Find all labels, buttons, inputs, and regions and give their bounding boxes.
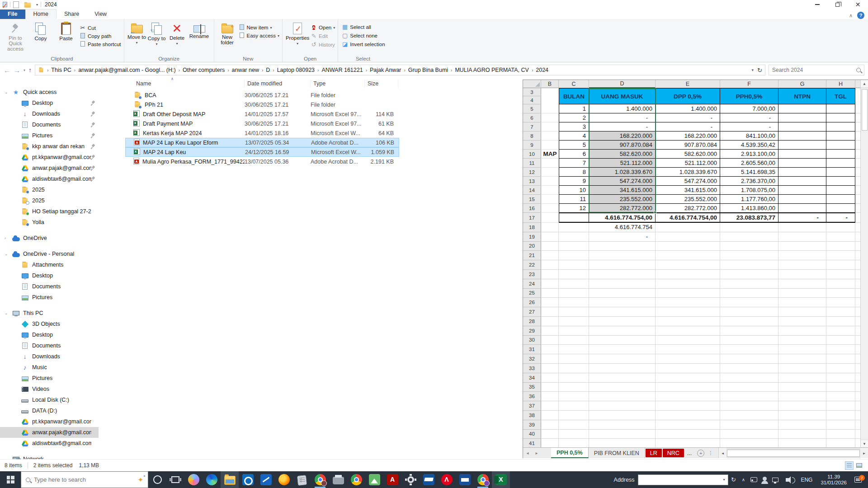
cell-D24[interactable] — [589, 279, 656, 289]
cell-E23[interactable] — [656, 270, 720, 279]
sidebar-item-aldiswbtax6-gmail-com-googl-i[interactable]: aldiswbtax6@gmail.com - Googl... (I — [0, 174, 99, 184]
cell-E11[interactable]: 521.112.000 — [656, 159, 720, 168]
cell-F11[interactable]: 2.605.560,00 — [720, 159, 778, 168]
cell-D13[interactable]: 547.274.000 — [589, 177, 656, 186]
cell-H29[interactable] — [826, 326, 855, 336]
network-icon[interactable] — [770, 478, 781, 482]
cell-D5[interactable]: 1.400.000 — [589, 104, 656, 113]
edit-button[interactable]: ✎Edit — [311, 33, 335, 39]
row-header-39[interactable]: 39 — [523, 420, 541, 430]
sidebar-item-anwar-pajak-gmail-com-googl-h[interactable]: anwar.pajak@gmail.com - Googl... (H:) — [0, 427, 99, 438]
cell-D40[interactable] — [589, 430, 656, 439]
cell-B6[interactable] — [541, 113, 559, 122]
cell-G9[interactable] — [778, 141, 826, 150]
taskbar-icon-printer[interactable] — [329, 471, 347, 488]
row-header-27[interactable]: 27 — [523, 307, 541, 317]
cell-H32[interactable] — [826, 354, 855, 364]
cell-F35[interactable] — [720, 383, 778, 392]
cell-D23[interactable] — [589, 270, 656, 279]
cell-B32[interactable] — [541, 354, 559, 364]
cell-D18[interactable]: 4.616.774.754 — [589, 223, 656, 232]
cell-D30[interactable] — [589, 336, 656, 345]
cell-H7[interactable] — [826, 122, 855, 131]
row-header-28[interactable]: 28 — [523, 317, 541, 326]
cell-B15[interactable] — [541, 195, 559, 204]
cell-E35[interactable] — [656, 383, 720, 392]
cell-F31[interactable] — [720, 345, 778, 354]
sidebar-item-desktop[interactable]: Desktop — [0, 270, 99, 281]
cell-B27[interactable] — [541, 307, 559, 317]
cell-H17[interactable]: - — [826, 213, 855, 223]
row-header-38[interactable]: 38 — [523, 411, 541, 420]
cell-G12[interactable] — [778, 168, 826, 177]
chevron-right-icon[interactable]: › — [5, 236, 6, 240]
minimize-button[interactable] — [807, 0, 827, 9]
cell-H34[interactable] — [826, 373, 855, 383]
cell-F41[interactable] — [720, 439, 778, 448]
address-dropdown-icon[interactable]: ▾ — [750, 68, 756, 72]
cell-B30[interactable] — [541, 336, 559, 345]
cell-D6[interactable]: - — [589, 113, 656, 122]
sidebar-item-network[interactable]: Network — [0, 454, 99, 459]
cell-B20[interactable] — [541, 242, 559, 251]
row-header-14[interactable]: 14 — [523, 186, 541, 195]
cell-G36[interactable] — [778, 392, 826, 401]
row-header-22[interactable]: 22 — [523, 260, 541, 270]
cell-E6[interactable]: - — [656, 113, 720, 122]
vertical-scroll-thumb[interactable] — [862, 89, 868, 131]
cell-G17[interactable]: - — [778, 213, 826, 223]
column-header-H[interactable]: H — [826, 80, 855, 88]
sheet-tab-pib-from-klien[interactable]: PIB FROM KLIEN — [589, 448, 645, 458]
sidebar-item-pt-kkpanwar-gmail-com-googl-g[interactable]: pt.kkpanwar@gmail.com - Googl... (G:) — [0, 416, 99, 427]
cell-D26[interactable] — [589, 298, 656, 307]
cell-H21[interactable] — [826, 251, 855, 260]
row-header-30[interactable]: 30 — [523, 336, 541, 345]
cell-D41[interactable] — [589, 439, 656, 448]
breadcrumb-item[interactable]: This PC — [49, 66, 73, 74]
sidebar-item-local-disk-c[interactable]: Local Disk (C:) — [0, 394, 99, 405]
taskbar-icon-chrome-personal[interactable] — [474, 471, 492, 488]
cell-C5[interactable]: 1 — [559, 104, 589, 113]
cast-icon[interactable] — [748, 477, 759, 482]
taskbar-icon-sticky-notes[interactable] — [293, 471, 311, 488]
cell-B24[interactable] — [541, 279, 559, 289]
column-header-size[interactable]: Size — [365, 80, 398, 88]
cell-B23[interactable] — [541, 270, 559, 279]
column-header-B[interactable]: B — [541, 80, 559, 88]
cell-F38[interactable] — [720, 411, 778, 420]
cell-F15[interactable]: 1.177.760,00 — [720, 195, 778, 204]
cell-F16[interactable]: 1.413.860,00 — [720, 204, 778, 213]
scroll-up-icon[interactable]: ▲ — [861, 80, 868, 88]
cell-E10[interactable]: 582.620.000 — [656, 150, 720, 159]
cell-C17[interactable] — [559, 213, 589, 223]
taskbar-clock[interactable]: 11.39 31/01/2026 — [817, 474, 850, 486]
cell-B28[interactable] — [541, 317, 559, 326]
cell-H39[interactable] — [826, 420, 855, 430]
cell-D36[interactable] — [589, 392, 656, 401]
refresh-icon[interactable]: ↻ — [756, 67, 763, 74]
cell-G35[interactable] — [778, 383, 826, 392]
cell-G29[interactable] — [778, 326, 826, 336]
open-button[interactable]: AOpen▾ — [311, 24, 335, 31]
cell-H9[interactable] — [826, 141, 855, 150]
cell-D11[interactable]: 521.112.000 — [589, 159, 656, 168]
cell-F39[interactable] — [720, 420, 778, 430]
cell-F18[interactable] — [720, 223, 778, 232]
cell-F29[interactable] — [720, 326, 778, 336]
breadcrumb-item[interactable]: Grup Bina Bumi — [406, 66, 450, 74]
cell-H23[interactable] — [826, 270, 855, 279]
cell-F17[interactable]: 23.083.873,77 — [720, 213, 778, 223]
taskbar-icon-cortana[interactable] — [148, 471, 166, 488]
select-all-button[interactable]: ▦Select all — [342, 23, 385, 30]
cell-C27[interactable] — [559, 307, 589, 317]
tab-file[interactable]: File — [0, 9, 25, 19]
cell-D12[interactable]: 1.028.339.670 — [589, 168, 656, 177]
cell-E32[interactable] — [656, 354, 720, 364]
cell-B11[interactable] — [541, 159, 559, 168]
sidebar-item-downloads[interactable]: ↓Downloads — [0, 351, 99, 362]
taskbar-icon-firefox[interactable] — [275, 471, 293, 488]
breadcrumb-item[interactable]: ANWAR 161221 — [320, 66, 364, 74]
cell-G30[interactable] — [778, 336, 826, 345]
cell-E40[interactable] — [656, 430, 720, 439]
cell-D31[interactable] — [589, 345, 656, 354]
